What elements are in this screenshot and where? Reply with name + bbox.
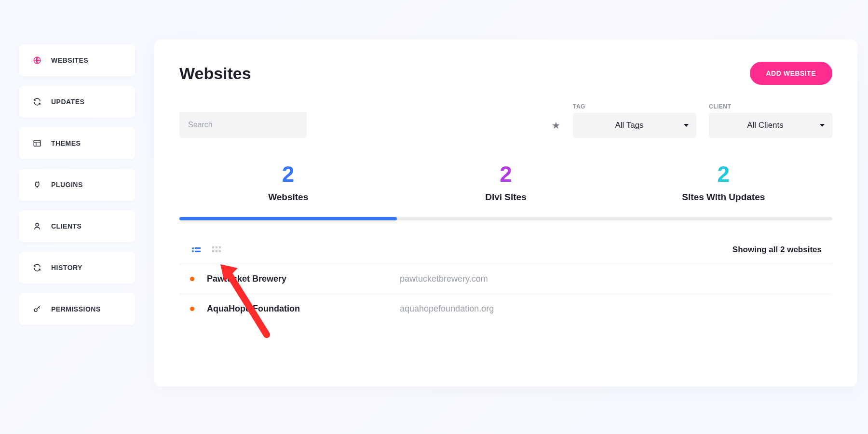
svg-rect-1	[34, 140, 41, 146]
tab-websites[interactable]: 2 Websites	[179, 163, 397, 217]
svg-point-2	[36, 223, 39, 226]
sidebar: WEBSITES UPDATES THEMES PLUGINS CLIENTS	[19, 11, 135, 423]
stat-count: 2	[397, 163, 614, 185]
site-name: Pawtucket Brewery	[207, 274, 400, 284]
refresh-icon	[33, 263, 41, 272]
grid-view-icon[interactable]	[210, 244, 223, 256]
svg-rect-5	[195, 247, 201, 249]
svg-point-4	[192, 247, 194, 249]
sidebar-item-label: WEBSITES	[51, 56, 88, 64]
person-icon	[33, 222, 41, 231]
stat-label: Sites With Updates	[615, 192, 832, 203]
tag-filter-select[interactable]: All Tags	[573, 113, 696, 138]
svg-rect-9	[216, 246, 217, 248]
sidebar-item-themes[interactable]: THEMES	[19, 127, 135, 159]
site-url: aquahopefoundation.org	[400, 304, 494, 314]
client-filter-label: CLIENT	[709, 103, 832, 110]
svg-rect-13	[219, 250, 221, 252]
globe-icon	[33, 56, 41, 65]
stat-label: Divi Sites	[397, 192, 614, 203]
refresh-icon	[33, 97, 41, 106]
svg-rect-11	[212, 250, 214, 252]
sidebar-item-plugins[interactable]: PLUGINS	[19, 169, 135, 201]
site-url: pawtucketbrewery.com	[400, 274, 488, 284]
sidebar-item-history[interactable]: HISTORY	[19, 252, 135, 284]
sidebar-item-updates[interactable]: UPDATES	[19, 86, 135, 118]
plug-icon	[33, 180, 41, 189]
main-panel: Websites ADD WEBSITE ★ TAG All Tags CLIE…	[154, 40, 857, 387]
status-dot-icon	[190, 307, 194, 311]
tab-indicator-track	[179, 217, 832, 220]
tag-filter-label: TAG	[573, 103, 696, 110]
page-title: Websites	[179, 64, 251, 83]
sidebar-item-label: HISTORY	[51, 264, 82, 271]
tab-sites-with-updates[interactable]: 2 Sites With Updates	[615, 163, 832, 217]
sidebar-item-permissions[interactable]: PERMISSIONS	[19, 293, 135, 325]
list-view-icon[interactable]	[190, 244, 203, 256]
site-name: AquaHope Foundation	[207, 304, 400, 314]
status-dot-icon	[190, 277, 194, 281]
table-row[interactable]: AquaHope Foundation aquahopefoundation.o…	[179, 294, 832, 324]
star-icon[interactable]: ★	[552, 120, 560, 138]
svg-point-3	[34, 309, 37, 312]
website-list: Pawtucket Brewery pawtucketbrewery.com A…	[179, 264, 832, 324]
stat-label: Websites	[179, 192, 397, 203]
svg-rect-7	[195, 251, 201, 252]
svg-rect-8	[212, 246, 214, 248]
svg-rect-12	[216, 250, 217, 252]
sidebar-item-label: PLUGINS	[51, 181, 83, 189]
stat-count: 2	[179, 163, 397, 185]
svg-point-6	[192, 250, 194, 252]
stat-count: 2	[615, 163, 832, 185]
client-filter-select[interactable]: All Clients	[709, 113, 832, 138]
sidebar-item-clients[interactable]: CLIENTS	[19, 210, 135, 242]
tab-indicator	[179, 217, 397, 220]
sidebar-item-label: UPDATES	[51, 98, 84, 106]
sidebar-item-label: THEMES	[51, 139, 81, 147]
showing-count: Showing all 2 websites	[732, 245, 822, 255]
tab-divi-sites[interactable]: 2 Divi Sites	[397, 163, 614, 217]
add-website-button[interactable]: ADD WEBSITE	[750, 62, 833, 85]
sidebar-item-label: CLIENTS	[51, 222, 81, 230]
svg-rect-10	[219, 246, 221, 248]
key-icon	[33, 305, 41, 313]
layout-icon	[33, 139, 41, 148]
sidebar-item-websites[interactable]: WEBSITES	[19, 44, 135, 76]
table-row[interactable]: Pawtucket Brewery pawtucketbrewery.com	[179, 264, 832, 294]
sidebar-item-label: PERMISSIONS	[51, 305, 101, 313]
search-input[interactable]	[179, 112, 307, 138]
